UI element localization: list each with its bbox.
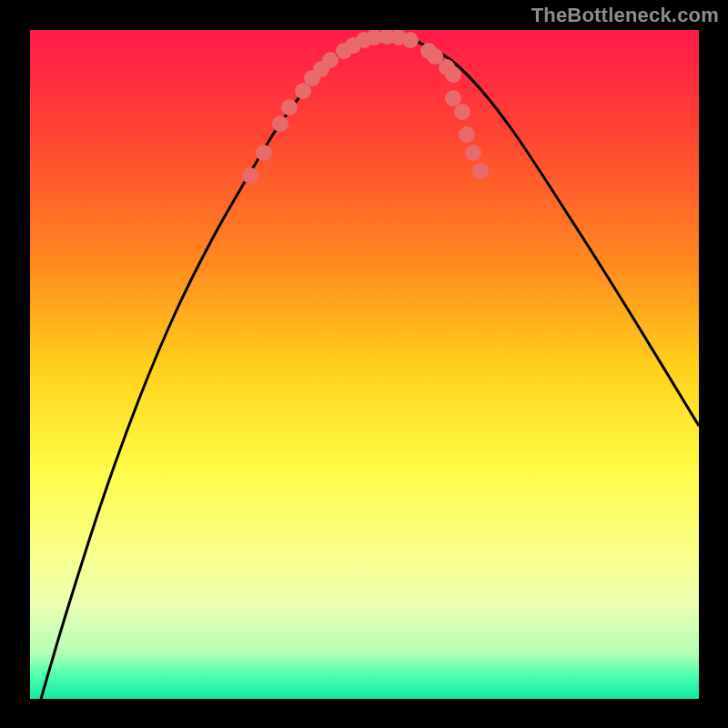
gradient-background <box>30 30 699 699</box>
data-marker <box>402 32 419 48</box>
data-marker <box>256 145 272 161</box>
chart-svg <box>30 30 699 699</box>
data-marker <box>454 104 470 120</box>
data-marker <box>281 99 298 116</box>
data-marker <box>465 145 481 161</box>
data-marker <box>459 126 475 143</box>
data-marker <box>272 116 288 132</box>
watermark-text: TheBottleneck.com <box>531 4 719 27</box>
data-marker <box>472 163 489 179</box>
plot-area <box>30 30 699 699</box>
chart-frame: TheBottleneck.com <box>0 0 728 728</box>
data-marker <box>242 167 258 184</box>
data-marker <box>322 52 339 68</box>
data-marker <box>445 66 461 83</box>
data-marker <box>445 90 461 106</box>
